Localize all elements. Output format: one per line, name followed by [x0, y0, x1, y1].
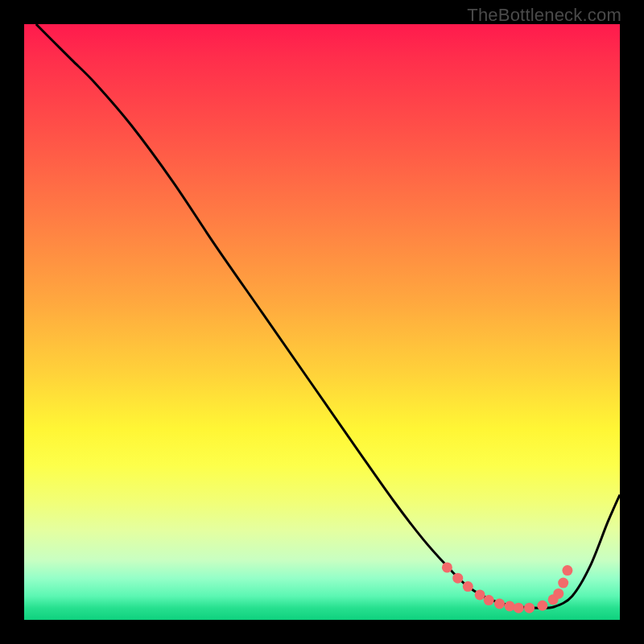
curve-line — [36, 24, 620, 608]
marker-dot — [562, 565, 572, 576]
marker-dot — [537, 601, 547, 611]
marker-dot — [494, 599, 505, 609]
marker-dot — [505, 601, 515, 611]
marker-dot — [463, 581, 473, 592]
chart-svg — [24, 24, 620, 620]
marker-dot — [553, 588, 564, 599]
marker-dot — [484, 595, 494, 605]
marker-dot — [558, 578, 568, 588]
marker-dot — [452, 573, 463, 584]
chart-frame: TheBottleneck.com — [0, 0, 644, 644]
marker-dot — [475, 589, 485, 600]
bottleneck-curve — [36, 24, 620, 608]
plot-area — [24, 24, 620, 620]
marker-dot — [514, 603, 524, 613]
marker-dot — [442, 562, 452, 572]
watermark-text: TheBottleneck.com — [467, 5, 621, 26]
marker-dot — [524, 603, 535, 613]
optimal-range-markers — [442, 562, 572, 613]
